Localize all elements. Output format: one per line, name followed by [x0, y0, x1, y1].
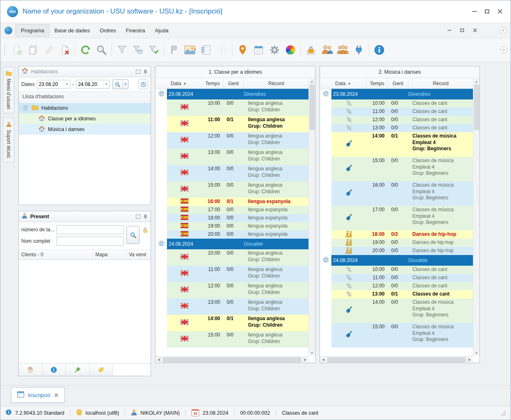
schedule-row[interactable]: 20:000/0llengua espanyola	[155, 230, 308, 239]
chevron-down-icon[interactable]: ▼	[64, 80, 70, 88]
schedule-row[interactable]: 12:000/0Classes de cant	[320, 282, 473, 290]
menu-ajuda[interactable]: Ajuda	[150, 25, 173, 36]
tree-item-classe-idiomes[interactable]: Classe per a idiomes	[19, 113, 151, 124]
colors-button[interactable]	[282, 41, 298, 59]
info-button[interactable]	[371, 41, 387, 59]
calendar-button[interactable]	[250, 41, 266, 59]
filter-button[interactable]	[114, 41, 130, 59]
schedule-row[interactable]: 14:000/0Classes de músicaEmpleat 4Grup: …	[320, 298, 473, 323]
collapse-records-button[interactable]: ▾	[214, 41, 230, 59]
schedule-row[interactable]: 19:000/0Danses de hip-hop	[320, 239, 473, 247]
schedule-row[interactable]: 13:000/0llengua anglesaGrup: Children	[155, 298, 308, 315]
schedule-row[interactable]: 14:000/0llengua anglesaGrup: Children	[155, 165, 308, 181]
schedule-row[interactable]: 10:000/0Classes de cant	[320, 266, 473, 274]
panel-maximize-icon[interactable]	[136, 70, 140, 74]
time-button[interactable]	[138, 79, 148, 89]
menu-overflow-icon[interactable]: ▾	[500, 27, 506, 34]
tree-item-habitacions[interactable]: Habitacions	[19, 103, 151, 113]
panel-maximize-icon[interactable]	[136, 215, 140, 219]
schedule-row[interactable]: 12:000/0Classes de cant	[320, 116, 473, 124]
schedule-row[interactable]: 15:000/0Classes de músicaEmpleat 4Grup: …	[320, 323, 473, 348]
refresh-button[interactable]	[77, 41, 93, 59]
pin-button[interactable]	[66, 364, 90, 376]
panel-pin-icon[interactable]	[143, 214, 148, 219]
schedule-row[interactable]: 14:000/1llengua anglesaGrup: Children	[155, 315, 308, 331]
settings-button[interactable]	[266, 41, 282, 59]
schedule-row[interactable]: 11:000/0Classes de cant	[320, 274, 473, 282]
schedule-row[interactable]: 18:000/0llengua espanyola	[155, 214, 308, 222]
copy-record-button[interactable]	[25, 41, 41, 59]
resize-grip[interactable]	[500, 410, 506, 416]
schedule-row[interactable]: 12:000/0llengua anglesaGrup: Children	[155, 282, 308, 298]
chevron-down-icon[interactable]: ▼	[123, 80, 128, 89]
usu-mini-logo-icon[interactable]	[5, 27, 12, 34]
collapse-group-icon[interactable]	[22, 104, 29, 112]
clients-table-body[interactable]	[19, 260, 151, 363]
column-header-data[interactable]: Data▲	[320, 78, 367, 88]
came-column-header[interactable]: Va venir	[126, 250, 151, 260]
filter-confirm-button[interactable]	[146, 41, 162, 59]
tab-close-icon[interactable]: ✕	[54, 392, 59, 398]
date-group-row[interactable]: 24.08.2024Dissabte	[320, 255, 473, 266]
schedule-row[interactable]: 13:000/1Classes de cant	[320, 290, 473, 298]
map-column-header[interactable]: Mapa	[92, 250, 126, 260]
add-record-button[interactable]	[9, 41, 25, 59]
client-search-button[interactable]	[126, 226, 140, 244]
horizontal-scrollbar[interactable]: ◀▶	[155, 356, 308, 363]
column-header-gent[interactable]: Gent	[223, 78, 244, 88]
schedule-row[interactable]: 16:000/0Classes de músicaEmpleat 4Grup: …	[320, 181, 473, 206]
schedule-row[interactable]: 13:000/0llengua anglesaGrup: Children	[155, 149, 308, 165]
close-icon[interactable]	[497, 9, 502, 14]
menu-finestra[interactable]: Finestra	[121, 25, 150, 36]
mdi-close-icon[interactable]	[473, 28, 477, 32]
column-header-record[interactable]: Rècord	[408, 78, 473, 88]
tab-inscripcio[interactable]: Inscripció ✕	[11, 387, 65, 403]
horizontal-scrollbar[interactable]: ◀▶	[320, 356, 473, 363]
full-name-input[interactable]	[56, 237, 124, 246]
form-layout-button[interactable]	[198, 41, 214, 59]
toolbar-overflow-icon[interactable]: ▾	[500, 46, 507, 53]
schedule-row[interactable]: 19:000/0llengua espanyola	[155, 222, 308, 230]
toolbar-grip[interactable]	[5, 45, 7, 55]
minimize-icon[interactable]	[472, 11, 477, 12]
tag-button[interactable]	[90, 364, 113, 376]
collapse-group-icon[interactable]	[322, 90, 329, 99]
schedule-row[interactable]: 16:000/1llengua espanyola	[155, 198, 308, 206]
schedule-row[interactable]: 10:000/0Classes de cant	[320, 99, 473, 108]
schedule-row[interactable]: 12:000/0llengua anglesaGrup: Children	[155, 132, 308, 149]
search-button[interactable]	[93, 41, 109, 59]
menu-programa[interactable]: Programa	[16, 24, 50, 37]
column-header-record[interactable]: Rècord	[244, 78, 308, 88]
column-header-data[interactable]: Data▲	[155, 78, 202, 88]
flag-button[interactable]	[166, 41, 182, 59]
clients-button[interactable]	[319, 41, 335, 59]
column-header-temps[interactable]: Temps	[367, 78, 388, 88]
date-group-row[interactable]: 24.08.2024Dissabte	[155, 239, 308, 249]
groups-button[interactable]	[335, 41, 351, 59]
date-to-combo[interactable]: 24.08.20 ▼	[76, 80, 110, 89]
schedule-row[interactable]: 11:000/0Classes de cant	[320, 108, 473, 116]
schedule-row[interactable]: 18:000/2Danses de hip-hop	[320, 230, 473, 239]
edit-record-button[interactable]	[41, 41, 57, 59]
sidebar-tab-support[interactable]: Suport tècnic	[3, 117, 14, 163]
schedule-row[interactable]: 13:000/0Classes de cant	[320, 124, 473, 132]
date-group-row[interactable]: 23.08.2024Divendres	[155, 89, 308, 99]
vertical-scrollbar[interactable]: ▲▼	[473, 79, 479, 356]
collapse-group-icon[interactable]	[158, 90, 165, 99]
lock-button[interactable]	[303, 41, 319, 59]
schedule-row[interactable]: 14:000/1Classes de músicaEmpleat 4Grup: …	[320, 132, 473, 157]
image-report-button[interactable]: ▼	[182, 41, 198, 59]
date-from-combo[interactable]: 23.08.20 ▼	[37, 80, 70, 89]
filter-apply-button[interactable]	[130, 41, 146, 59]
schedule-row[interactable]: 15:000/0llengua anglesaGrup: Children	[155, 331, 308, 348]
tree-item-musica-danses[interactable]: Música i danses	[19, 124, 151, 135]
delete-record-button[interactable]	[57, 41, 73, 59]
schedule-row[interactable]: 17:000/0llengua espanyola	[155, 206, 308, 214]
schedule-row[interactable]: 11:000/1llengua anglesaGrup: Children	[155, 116, 308, 132]
map-button[interactable]	[234, 41, 250, 59]
schedule-row[interactable]: 15:000/0Classes de músicaEmpleat 4Grup: …	[320, 157, 473, 181]
maximize-icon[interactable]	[485, 9, 489, 14]
schedule-row[interactable]: 17:000/0Classes de músicaEmpleat 4Grup: …	[320, 206, 473, 230]
schedule-row[interactable]: 15:000/0llengua anglesaGrup: Children	[155, 181, 308, 198]
schedule-row[interactable]: 20:000/0Danses de hip-hop	[320, 247, 473, 255]
